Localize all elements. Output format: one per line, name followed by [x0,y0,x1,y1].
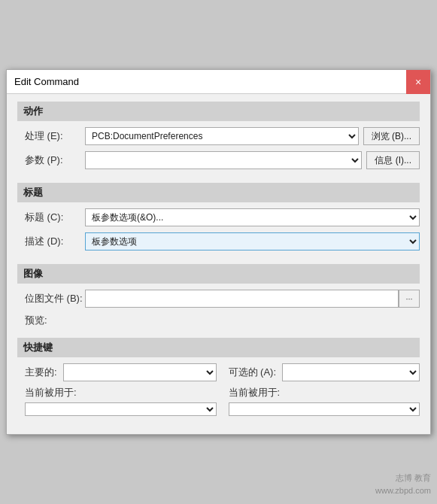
title-header: 标题 [17,183,420,202]
process-select[interactable]: PCB:DocumentPreferences [85,127,359,145]
file-input-row: ··· [85,290,420,308]
params-select[interactable] [85,151,362,169]
optional-label: 可选的 (A): [229,366,277,379]
current1-select[interactable] [25,402,217,416]
close-button[interactable]: × [406,70,430,94]
desc-row: 描述 (D): 板参数选项 [17,232,420,250]
primary-label: 主要的: [25,366,57,379]
current2-select[interactable] [229,402,420,416]
params-label: 参数 (P): [25,153,85,167]
preview-row: 预览: [17,314,420,327]
params-row: 参数 (P): 信息 (I)... [17,151,420,169]
process-row: 处理 (E): PCB:DocumentPreferences 浏览 (B)..… [17,127,420,145]
titlebar: Edit Command × [7,70,430,94]
action-section: 动作 处理 (E): PCB:DocumentPreferences 浏览 (B… [17,102,420,175]
desc-control-group: 板参数选项 [85,232,420,250]
image-section: 图像 位图文件 (B): ··· 预览: [17,264,420,330]
file-browse-button[interactable]: ··· [399,290,420,308]
title-section: 标题 标题 (C): 板参数选项(&O)... 描述 (D): 板参数选项 [17,183,420,257]
file-row: 位图文件 (B): ··· [17,290,420,308]
shortcut-header: 快捷键 [17,338,420,357]
params-control-group: 信息 (I)... [85,151,420,169]
shortcut-section: 快捷键 主要的: 可选的 (A): 当前被用于: [17,338,420,416]
watermark: 志博 教育 www.zbpd.com [375,472,431,496]
primary-select[interactable] [63,363,217,381]
content-area: 动作 处理 (E): PCB:DocumentPreferences 浏览 (B… [7,94,430,434]
file-input[interactable] [85,290,399,308]
title-row: 标题 (C): 板参数选项(&O)... [17,208,420,226]
preview-label: 预览: [25,314,47,327]
optional-row: 可选的 (A): [229,363,420,381]
current1-label: 当前被用于: [25,386,217,399]
window-title: Edit Command [14,76,79,87]
process-control-group: PCB:DocumentPreferences 浏览 (B)... [85,127,420,145]
desc-select[interactable]: 板参数选项 [85,232,420,250]
browse-button[interactable]: 浏览 (B)... [363,127,420,145]
current2-label: 当前被用于: [229,386,420,399]
main-window: Edit Command × 动作 处理 (E): PCB:DocumentPr… [6,69,431,435]
title-control-group: 板参数选项(&O)... [85,208,420,226]
current1-item: 当前被用于: [25,386,217,416]
shortcut-grid: 主要的: 可选的 (A): 当前被用于: [17,363,420,416]
title-field-label: 标题 (C): [25,211,85,224]
watermark-line2: www.zbpd.com [375,484,431,497]
desc-label: 描述 (D): [25,235,85,248]
image-header: 图像 [17,264,420,284]
optional-select[interactable] [282,363,420,381]
title-select[interactable]: 板参数选项(&O)... [85,208,420,226]
primary-row: 主要的: [25,363,217,381]
watermark-line1: 志博 教育 [375,472,431,484]
action-header: 动作 [17,102,420,121]
file-control-group: ··· [85,290,420,308]
process-label: 处理 (E): [25,129,85,143]
file-label: 位图文件 (B): [25,292,85,305]
info-button[interactable]: 信息 (I)... [366,151,420,169]
current2-item: 当前被用于: [229,386,420,416]
